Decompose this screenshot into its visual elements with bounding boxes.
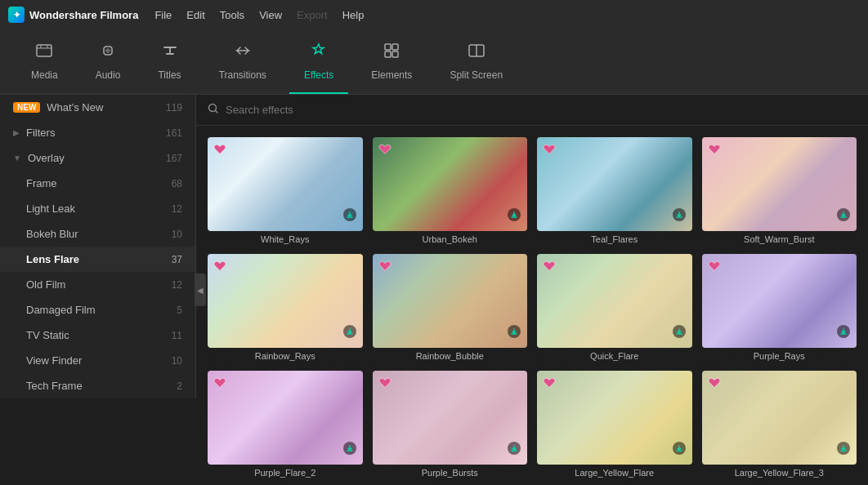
- download-icon-purple-rays[interactable]: [837, 325, 850, 341]
- sidebar-collapse-button[interactable]: ◀: [195, 274, 206, 306]
- effect-thumb-large-yellow-flare-3: [702, 371, 857, 465]
- filters-expand-icon: ▶: [13, 128, 20, 137]
- favorite-icon-urban-bokeh: [378, 142, 392, 157]
- badge-new: NEW: [13, 102, 40, 113]
- sidebar-count-old-film: 12: [172, 279, 182, 291]
- favorite-icon-soft-warm-burst: [707, 142, 722, 157]
- sidebar-item-frame[interactable]: Frame 68: [0, 171, 195, 196]
- effect-card-purple-flare-2[interactable]: Purple_Flare_2: [208, 371, 363, 478]
- svg-rect-1: [385, 44, 391, 50]
- download-icon-large-yellow-flare-3[interactable]: [837, 442, 850, 458]
- download-icon-rainbow-bubble[interactable]: [508, 325, 521, 341]
- effect-card-urban-bokeh[interactable]: Urban_Bokeh: [373, 137, 528, 244]
- menu-export: Export: [297, 9, 328, 21]
- sidebar-count-tv-static: 11: [172, 330, 182, 341]
- menu-help[interactable]: Help: [342, 9, 365, 21]
- effect-thumb-quick-flare: [537, 254, 692, 348]
- effect-card-large-yellow-flare-3[interactable]: Large_Yellow_Flare_3: [702, 371, 857, 478]
- sidebar-item-damaged-film[interactable]: Damaged Film 5: [0, 297, 195, 323]
- svg-rect-3: [385, 51, 391, 57]
- effect-card-purple-rays[interactable]: Purple_Rays: [702, 254, 857, 361]
- favorite-icon-rainbow-rays: [213, 259, 227, 274]
- sidebar-label-whats-new: What's New: [47, 101, 103, 113]
- svg-rect-0: [37, 45, 51, 56]
- effect-name-soft-warm-burst: Soft_Warm_Burst: [702, 234, 857, 244]
- menu-file[interactable]: File: [154, 9, 172, 21]
- effects-icon: [310, 42, 328, 65]
- effect-name-purple-bursts: Purple_Bursts: [373, 468, 528, 478]
- menu-items: File Edit Tools View Export Help: [154, 9, 364, 21]
- audio-icon: [99, 42, 117, 65]
- favorite-icon-large-yellow-flare: [542, 376, 557, 390]
- effect-card-quick-flare[interactable]: Quick_Flare: [537, 254, 692, 361]
- download-icon-quick-flare[interactable]: [673, 325, 686, 341]
- download-icon-rainbow-rays[interactable]: [343, 325, 356, 341]
- sidebar-item-filters[interactable]: ▶ Filters 161: [0, 120, 195, 145]
- tab-audio-label: Audio: [96, 69, 121, 81]
- tab-audio[interactable]: Audio: [81, 29, 136, 94]
- sidebar-label-overlay: Overlay: [28, 152, 65, 164]
- sidebar-label-old-film: Old Film: [26, 278, 65, 291]
- favorite-icon-white-rays: [213, 142, 227, 157]
- menu-tools[interactable]: Tools: [220, 9, 244, 21]
- effect-thumb-urban-bokeh: [373, 137, 528, 231]
- search-input[interactable]: [226, 104, 857, 116]
- effect-name-large-yellow-flare: Large_Yellow_Flare: [537, 468, 692, 478]
- favorite-icon-large-yellow-flare-3: [707, 376, 722, 390]
- sidebar-count-bokeh-blur: 10: [172, 229, 182, 240]
- elements-icon: [383, 42, 400, 65]
- download-icon-purple-flare-2[interactable]: [343, 442, 356, 458]
- effect-card-soft-warm-burst[interactable]: Soft_Warm_Burst: [702, 137, 857, 244]
- favorite-icon-purple-flare-2: [213, 376, 227, 390]
- sidebar-item-view-finder[interactable]: View Finder 10: [0, 348, 195, 373]
- effect-card-purple-bursts[interactable]: Purple_Bursts: [373, 371, 528, 478]
- effect-card-rainbow-bubble[interactable]: Rainbow_Bubble: [373, 254, 528, 361]
- sidebar-item-lens-flare[interactable]: Lens Flare 37: [0, 247, 195, 272]
- download-icon-teal-flares[interactable]: [673, 208, 686, 225]
- tab-effects[interactable]: Effects: [289, 29, 348, 94]
- app-logo: ✦ Wondershare Filmora: [8, 7, 138, 23]
- effect-thumb-rainbow-bubble: [373, 254, 528, 348]
- tab-split-screen-label: Split Screen: [450, 69, 503, 81]
- sidebar-count-frame: 68: [172, 178, 182, 189]
- tab-media[interactable]: Media: [16, 29, 73, 94]
- effect-thumb-purple-rays: [702, 254, 857, 348]
- download-icon-white-rays[interactable]: [343, 208, 356, 225]
- tab-elements[interactable]: Elements: [356, 29, 427, 94]
- overlay-expand-icon: ▼: [13, 154, 21, 162]
- sidebar-item-old-film[interactable]: Old Film 12: [0, 272, 195, 297]
- menu-view[interactable]: View: [259, 9, 282, 21]
- download-icon-large-yellow-flare[interactable]: [673, 442, 686, 458]
- effect-card-teal-flares[interactable]: Teal_Flares: [537, 137, 692, 244]
- sidebar-item-overlay[interactable]: ▼ Overlay 167: [0, 145, 195, 171]
- favorite-icon-purple-bursts: [378, 376, 392, 390]
- sidebar-count-filters: 161: [166, 127, 182, 139]
- tab-titles[interactable]: Titles: [143, 29, 195, 94]
- effect-name-large-yellow-flare-3: Large_Yellow_Flare_3: [702, 468, 857, 478]
- transitions-icon: [234, 42, 252, 65]
- sidebar-item-tech-frame[interactable]: Tech Frame 2: [0, 373, 195, 398]
- sidebar-count-damaged-film: 5: [177, 305, 182, 316]
- tab-split-screen[interactable]: Split Screen: [435, 29, 517, 94]
- split-screen-icon: [468, 42, 485, 65]
- tab-transitions[interactable]: Transitions: [204, 29, 281, 94]
- download-icon-purple-bursts[interactable]: [508, 442, 521, 458]
- effect-name-rainbow-bubble: Rainbow_Bubble: [373, 351, 528, 361]
- effect-name-teal-flares: Teal_Flares: [537, 234, 692, 244]
- content-area: NEW What's New 119 ▶ Filters 161 ▼ Overl…: [0, 95, 868, 485]
- effect-card-large-yellow-flare[interactable]: Large_Yellow_Flare: [537, 371, 692, 478]
- sidebar-item-light-leak[interactable]: Light Leak 12: [0, 196, 195, 221]
- menu-bar: ✦ Wondershare Filmora File Edit Tools Vi…: [0, 0, 868, 29]
- effect-card-white-rays[interactable]: White_Rays: [208, 137, 363, 244]
- sidebar-item-whats-new[interactable]: NEW What's New 119: [0, 95, 195, 120]
- download-icon-soft-warm-burst[interactable]: [837, 208, 850, 225]
- sidebar-count-view-finder: 10: [172, 355, 182, 367]
- sidebar-item-tv-static[interactable]: TV Static 11: [0, 323, 195, 348]
- menu-edit[interactable]: Edit: [186, 9, 204, 21]
- effect-card-rainbow-rays[interactable]: Rainbow_Rays: [208, 254, 363, 361]
- toolbar: Media Audio Titles Transitions Effects E…: [0, 29, 868, 95]
- sidebar-item-bokeh-blur[interactable]: Bokeh Blur 10: [0, 221, 195, 247]
- download-icon-urban-bokeh[interactable]: [508, 208, 521, 225]
- sidebar-label-tv-static: TV Static: [26, 329, 69, 341]
- logo-icon: ✦: [8, 7, 25, 23]
